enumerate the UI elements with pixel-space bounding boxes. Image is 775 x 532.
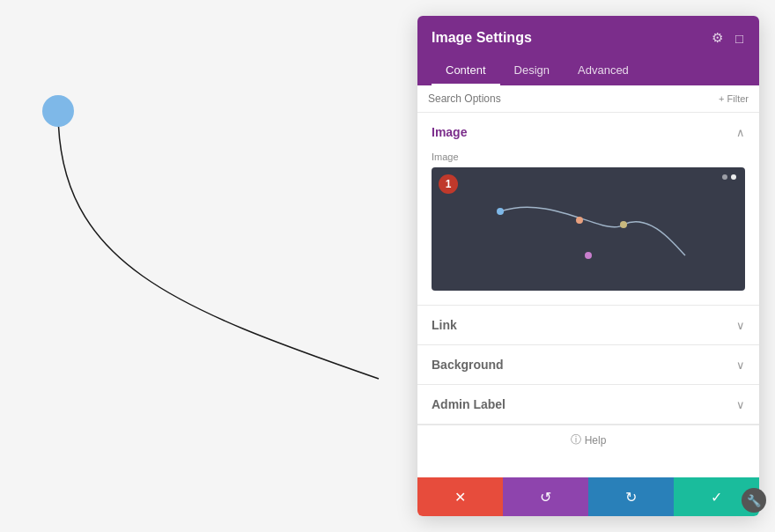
tab-content[interactable]: Content: [432, 56, 500, 85]
section-image: Image ∧ Image 1: [417, 113, 759, 306]
help-label: Help: [585, 434, 607, 447]
section-admin-label-title: Admin Label: [432, 397, 506, 411]
svg-point-0: [497, 208, 504, 215]
svg-point-3: [585, 252, 592, 259]
section-link-header[interactable]: Link ∨: [417, 306, 759, 344]
cancel-button[interactable]: ✕: [417, 477, 503, 516]
section-link-title: Link: [432, 318, 457, 332]
help-button[interactable]: ⓘ Help: [571, 432, 607, 447]
preview-svg: [432, 167, 745, 291]
lock-icon: 🔧: [747, 494, 761, 507]
section-admin-label-header[interactable]: Admin Label ∨: [417, 385, 759, 424]
section-background-title: Background: [432, 358, 504, 372]
preview-dot-1: [722, 174, 727, 180]
svg-point-2: [620, 221, 627, 228]
filter-label: Filter: [727, 93, 749, 104]
tab-advanced[interactable]: Advanced: [564, 56, 643, 85]
settings-icon-btn[interactable]: ⚙: [710, 28, 725, 48]
badge-1: 1: [439, 174, 458, 194]
section-admin-label-chevron: ∨: [736, 398, 745, 411]
section-image-content: Image 1: [417, 151, 759, 305]
svg-point-1: [576, 217, 583, 224]
help-circle-icon: ⓘ: [571, 432, 581, 447]
search-bar: + Filter: [417, 85, 759, 113]
panel-title-row: Image Settings ⚙ □: [432, 28, 745, 48]
settings-icon: ⚙: [712, 30, 723, 46]
chevron-up-icon: ∧: [736, 126, 745, 139]
panel-title: Image Settings: [432, 30, 532, 46]
section-background: Background ∨: [417, 345, 759, 385]
help-row: ⓘ Help: [417, 425, 759, 454]
expand-icon-btn[interactable]: □: [734, 29, 745, 48]
action-bar: ✕ ↺ ↻ ✓: [417, 477, 759, 516]
section-background-chevron: ∨: [736, 358, 745, 372]
undo-button[interactable]: ↺: [503, 477, 588, 516]
preview-dot-2: [731, 174, 736, 180]
section-background-header[interactable]: Background ∨: [417, 345, 759, 384]
section-link: Link ∨: [417, 306, 759, 345]
section-admin-label: Admin Label ∨: [417, 385, 759, 425]
expand-icon: □: [735, 31, 743, 46]
panel-title-icons: ⚙ □: [710, 28, 745, 48]
section-link-chevron: ∨: [736, 319, 745, 332]
filter-plus-icon: +: [719, 93, 724, 104]
image-field-label: Image: [432, 151, 745, 162]
panel-body: Image ∧ Image 1: [417, 113, 759, 477]
search-input[interactable]: [428, 92, 719, 105]
lock-icon-button[interactable]: 🔧: [742, 488, 766, 513]
panel-tabs: Content Design Advanced: [432, 56, 745, 85]
preview-dots: [722, 174, 736, 180]
image-settings-panel: Image Settings ⚙ □ Content Design Advanc…: [417, 16, 759, 516]
redo-button[interactable]: ↻: [588, 477, 674, 516]
save-icon: ✓: [711, 489, 722, 506]
blue-circle-node[interactable]: [42, 95, 74, 127]
cancel-icon: ✕: [454, 489, 466, 506]
panel-header: Image Settings ⚙ □ Content Design Advanc…: [417, 16, 759, 85]
redo-icon: ↻: [625, 489, 637, 506]
section-image-title: Image: [432, 125, 467, 139]
undo-icon: ↺: [540, 489, 551, 506]
tab-design[interactable]: Design: [500, 56, 564, 85]
filter-button[interactable]: + Filter: [719, 93, 749, 104]
section-image-header[interactable]: Image ∧: [417, 113, 759, 151]
image-preview[interactable]: 1: [432, 167, 745, 291]
